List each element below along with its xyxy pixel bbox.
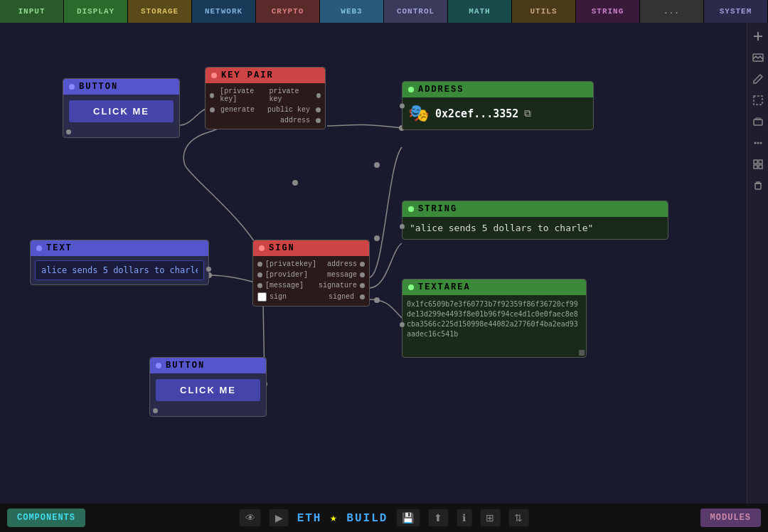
keypair-privkey-output — [316, 93, 321, 98]
nav-crypto[interactable]: CRYPTO — [256, 0, 320, 23]
svg-point-6 — [292, 180, 298, 186]
play-icon[interactable]: ▶ — [270, 509, 289, 526]
text-input-field[interactable] — [35, 260, 204, 280]
sign-dot — [259, 245, 265, 251]
nav-math[interactable]: MATH — [448, 0, 512, 23]
qr-icon[interactable]: ⊞ — [480, 509, 500, 526]
address-header: ADDRESS — [402, 82, 593, 97]
textarea-resize-handle[interactable] — [579, 350, 585, 356]
info-icon[interactable]: ℹ — [457, 509, 471, 526]
pencil-icon[interactable] — [750, 71, 766, 87]
button2-dot — [156, 363, 161, 368]
button1-footer — [63, 128, 179, 137]
button-node-1: BUTTON CLICK ME — [63, 78, 180, 138]
keypair-pubkey-output — [316, 107, 321, 112]
sign-provider-port — [257, 272, 262, 277]
textarea-field[interactable]: 0x1fc6509b7e3f60773b7f92359f86f36720cf99… — [407, 299, 582, 349]
image-icon[interactable] — [750, 50, 766, 65]
sign-message-input-port — [257, 283, 262, 288]
keypair-node: KEY PAIR [private key] private key gener… — [205, 67, 326, 129]
text-output-port — [206, 267, 211, 272]
text-header: TEXT — [31, 240, 208, 256]
sign-privkey-port — [257, 262, 262, 267]
button1-click[interactable]: CLICK ME — [69, 100, 174, 122]
textarea-title: TEXTAREA — [418, 282, 471, 292]
string-input-port — [400, 224, 405, 229]
text-node: TEXT — [30, 240, 209, 285]
keypair-generate-input — [210, 107, 215, 112]
build-text: BUILD — [346, 512, 388, 525]
add-icon[interactable] — [750, 28, 766, 44]
bottom-center: 👁 ▶ ETH ★ BUILD 💾 ⬆ ℹ ⊞ ⇅ — [240, 509, 529, 526]
keypair-row-generate: generate public key — [206, 105, 325, 115]
button2-click[interactable]: CLICK ME — [156, 379, 260, 401]
sign-checkbox[interactable] — [257, 292, 267, 302]
svg-point-9 — [374, 162, 380, 168]
svg-point-16 — [754, 142, 756, 144]
button-node-2: BUTTON CLICK ME — [149, 357, 267, 417]
upload-icon[interactable]: ⬆ — [428, 509, 448, 526]
nav-string[interactable]: STRING — [576, 0, 640, 23]
string-title: STRING — [418, 204, 457, 214]
nav-input[interactable]: INPUT — [0, 0, 64, 23]
address-avatar-icon: 🎭 — [408, 103, 430, 124]
button2-title: BUTTON — [166, 361, 205, 371]
canvas: BUTTON CLICK ME KEY PAIR [private key] p… — [0, 23, 754, 506]
string-header: STRING — [402, 201, 668, 217]
svg-rect-22 — [759, 165, 762, 169]
address-body: 🎭 0x2cef...3352 ⧉ — [402, 97, 593, 129]
button1-title: BUTTON — [79, 82, 118, 92]
nav-utils[interactable]: UTILS — [512, 0, 576, 23]
nav-system[interactable]: SYSTEM — [704, 0, 768, 23]
components-button[interactable]: COMPONENTS — [7, 509, 85, 527]
eth-text: ETH — [297, 512, 322, 525]
address-title: ADDRESS — [418, 85, 464, 95]
svg-rect-23 — [755, 183, 761, 189]
address-node: ADDRESS 🎭 0x2cef...3352 ⧉ — [402, 81, 594, 130]
text-title: TEXT — [46, 243, 73, 253]
string-node: STRING "alice sends 5 dollars to charle" — [402, 201, 668, 240]
svg-point-8 — [374, 297, 380, 303]
trash-icon[interactable] — [750, 178, 766, 193]
button1-header: BUTTON — [63, 79, 179, 95]
textarea-dot — [408, 284, 414, 290]
svg-rect-20 — [759, 160, 762, 164]
nav-web3[interactable]: WEB3 — [320, 0, 384, 23]
share-icon[interactable]: ⇅ — [508, 509, 528, 526]
keypair-row-address: address — [206, 115, 325, 126]
nav-network[interactable]: NETWORK — [192, 0, 256, 23]
sign-address-port — [360, 262, 365, 267]
save-icon[interactable]: 💾 — [396, 509, 420, 526]
svg-rect-15 — [755, 118, 761, 119]
svg-rect-14 — [754, 119, 762, 125]
nav-storage[interactable]: STORAGE — [128, 0, 192, 23]
modules-button[interactable]: MODULES — [700, 509, 761, 527]
textarea-node: TEXTAREA 0x1fc6509b7e3f60773b7f92359f86f… — [402, 279, 587, 358]
bottom-bar: COMPONENTS 👁 ▶ ETH ★ BUILD 💾 ⬆ ℹ ⊞ ⇅ MOD… — [0, 504, 768, 532]
select-icon[interactable] — [750, 92, 766, 108]
button2-header: BUTTON — [150, 358, 266, 373]
textarea-header: TEXTAREA — [402, 280, 586, 295]
sign-title: SIGN — [269, 243, 295, 253]
nav-more[interactable]: ... — [640, 0, 704, 23]
copy-address-icon[interactable]: ⧉ — [524, 108, 531, 119]
eth-star: ★ — [330, 512, 338, 525]
svg-rect-21 — [754, 165, 757, 169]
sign-signature-port — [360, 283, 365, 288]
button2-output-port — [153, 408, 158, 413]
dots-icon[interactable] — [750, 135, 766, 151]
layers-icon[interactable] — [750, 114, 766, 129]
preview-icon[interactable]: 👁 — [240, 509, 261, 526]
right-toolbar — [747, 23, 768, 506]
grid-icon[interactable] — [750, 156, 766, 172]
eth-build-logo: ETH ★ BUILD — [297, 511, 388, 525]
nav-display[interactable]: DISPLAY — [64, 0, 128, 23]
bottom-right: MODULES — [700, 509, 761, 527]
address-value: 0x2cef...3352 — [435, 107, 518, 120]
keypair-dot — [211, 73, 217, 78]
sign-check-row: sign signed — [253, 291, 369, 303]
sign-message-port — [360, 272, 365, 277]
string-dot — [408, 206, 414, 212]
keypair-row-privkey: [private key] private key — [206, 86, 325, 105]
nav-control[interactable]: CONTROL — [384, 0, 448, 23]
